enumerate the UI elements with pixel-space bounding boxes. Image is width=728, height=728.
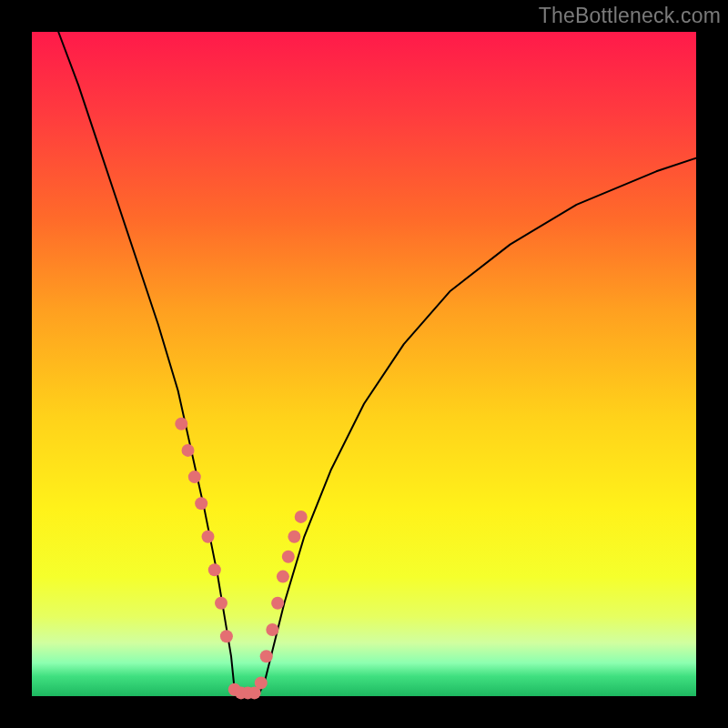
marker-dot [182,444,195,457]
marker-dot [277,571,289,583]
marker-dot [195,497,207,510]
marker-dot [175,418,187,430]
marker-dot [215,597,228,610]
bottleneck-curve [58,32,696,696]
marker-dot [220,630,233,642]
marker-dots [175,418,307,700]
marker-dot [260,650,273,662]
watermark-text: TheBottleneck.com [539,4,721,28]
marker-dot [288,531,300,543]
marker-dot [282,551,295,563]
marker-dot [271,597,284,610]
marker-dot [202,531,215,543]
chart-frame: TheBottleneck.com [0,0,728,728]
chart-plot-area [32,32,696,696]
chart-svg [32,32,696,696]
marker-dot [188,470,201,483]
marker-dot [208,563,221,576]
marker-dot [255,676,268,689]
marker-dot [266,623,278,636]
marker-dot [295,511,308,523]
